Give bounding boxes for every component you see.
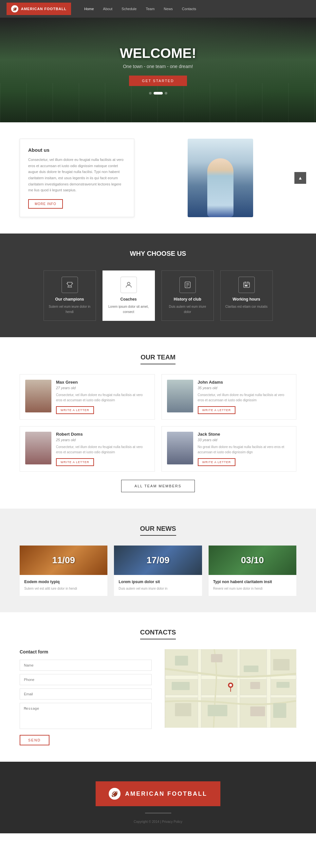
- news-title-0: Eodem modo typiq: [24, 580, 103, 584]
- news-grid: 11/09 Eodem modo typiq Sutem vel est ali…: [20, 546, 296, 596]
- footer: 🏈 AMERICAN FOOTBALL Copyright © 2014 | P…: [0, 762, 316, 833]
- hero-title: WELCOME!: [120, 45, 196, 61]
- team-age-2: 25 years old: [56, 438, 149, 442]
- history-title: History of club: [166, 297, 209, 302]
- footer-divider: [145, 813, 171, 813]
- team-name-2: Robert Doms: [56, 432, 149, 437]
- svg-rect-25: [208, 705, 227, 716]
- hero-dot-3[interactable]: [165, 92, 167, 95]
- team-photo-2: [25, 432, 51, 464]
- all-members-wrap: ALL TEAM MEMBERS: [20, 480, 296, 492]
- news-section-title: OUR NEWS: [140, 525, 176, 536]
- news-card-2[interactable]: 03/10 Typi non habent claritatem insit R…: [209, 546, 296, 596]
- person-image: [188, 139, 253, 217]
- why-card-history: History of club Duis autem vel eum iriur…: [162, 271, 214, 321]
- svg-rect-13: [165, 695, 296, 698]
- history-icon: [179, 277, 196, 293]
- history-text: Duis autem vel eum iriure dolor: [166, 304, 209, 315]
- coaches-icon: [120, 277, 137, 293]
- team-name-1: John Adams: [198, 380, 291, 384]
- write-letter-button-0[interactable]: WRITE A LETTER: [56, 406, 94, 414]
- why-cards: Our champions Sutem vel eum ieure dolor …: [20, 271, 296, 321]
- navbar: 🏈 AMERICAN FOOTBALL Home About Schedule …: [0, 0, 316, 18]
- svg-rect-21: [172, 682, 190, 690]
- email-input[interactable]: [20, 688, 152, 700]
- team-card-3: Jack Stone 33 years old No great illum d…: [162, 426, 297, 472]
- scroll-top-button[interactable]: ▲: [294, 172, 306, 184]
- news-date-1: 17/09: [146, 555, 169, 565]
- footer-copyright: Copyright © 2014 | Privacy Policy: [6, 820, 310, 824]
- team-desc-1: Consectetur, vel illum dolore eu feugiat…: [198, 393, 291, 403]
- more-info-button[interactable]: MORE INFO: [28, 199, 63, 209]
- news-body-0: Eodem modo typiq Sutem vel est alitt iur…: [20, 575, 107, 596]
- team-photo-0: [25, 380, 51, 412]
- news-body-1: Lorem ipsum dolor sit Duis autem vel eum…: [114, 575, 202, 596]
- svg-rect-15: [237, 649, 240, 728]
- nav-schedule[interactable]: Schedule: [121, 7, 137, 11]
- team-photo-inner-0: [25, 380, 51, 412]
- why-card-coaches: Coaches Lorem ipsum dolor sit amet, cons…: [103, 271, 155, 321]
- team-card-0: Max Green 27 years old Consectetur, vel …: [20, 374, 155, 420]
- write-letter-button-1[interactable]: WRITE A LETTER: [198, 406, 236, 414]
- svg-rect-9: [245, 285, 246, 286]
- team-card-2: Robert Doms 25 years old Consectetur, ve…: [20, 426, 155, 472]
- svg-rect-26: [250, 707, 265, 716]
- team-photo-1: [167, 380, 193, 412]
- hero-dots: [149, 92, 167, 95]
- nav-team[interactable]: Team: [146, 7, 154, 11]
- news-text-2: Reveni vel num iure dolor in hendi: [213, 586, 292, 591]
- send-button[interactable]: SEND: [20, 735, 50, 745]
- team-desc-3: No great illum dolore eu feugiat nulla f…: [198, 444, 291, 455]
- hero-section: WELCOME! One town - one team - one dream…: [0, 18, 316, 122]
- news-image-1: 17/09: [114, 546, 202, 575]
- news-body-2: Typi non habent claritatem insit Reveni …: [209, 575, 296, 596]
- team-info-2: Robert Doms 25 years old Consectetur, ve…: [56, 432, 149, 466]
- write-letter-button-3[interactable]: WRITE A LETTER: [198, 458, 236, 466]
- hero-dot-2[interactable]: [153, 92, 163, 95]
- svg-rect-16: [266, 649, 270, 728]
- contacts-grid: Contact form SEND: [20, 649, 296, 745]
- name-input[interactable]: [20, 660, 152, 671]
- nav-home[interactable]: Home: [84, 7, 94, 11]
- why-title: WHY CHOOSE US: [20, 250, 296, 257]
- team-age-0: 27 years old: [56, 386, 149, 390]
- nav-news[interactable]: News: [164, 7, 173, 11]
- svg-rect-5: [243, 282, 250, 287]
- message-input[interactable]: [20, 703, 152, 729]
- logo[interactable]: 🏈 AMERICAN FOOTBALL: [6, 3, 71, 15]
- news-card-1[interactable]: 17/09 Lorem ipsum dolor sit Duis autem v…: [114, 546, 202, 596]
- phone-input[interactable]: [20, 674, 152, 685]
- svg-rect-23: [277, 682, 289, 688]
- hours-title: Working hours: [225, 297, 268, 302]
- svg-point-0: [127, 282, 130, 285]
- svg-rect-27: [273, 703, 286, 718]
- hero-dot-1[interactable]: [149, 92, 152, 95]
- logo-icon: 🏈: [11, 5, 18, 12]
- write-letter-button-2[interactable]: WRITE A LETTER: [56, 458, 94, 466]
- map-placeholder: [165, 649, 297, 728]
- hero-content: WELCOME! One town - one team - one dream…: [120, 45, 196, 86]
- contacts-section-title: CONTACTS: [140, 629, 176, 640]
- nav-about[interactable]: About: [103, 7, 113, 11]
- svg-rect-18: [211, 654, 222, 662]
- team-name-3: Jack Stone: [198, 432, 291, 437]
- get-started-button[interactable]: GET STARTED: [129, 75, 187, 86]
- team-age-3: 33 years old: [198, 438, 291, 442]
- nav-contacts[interactable]: Contacts: [182, 7, 196, 11]
- why-section: WHY CHOOSE US Our champions Sutem vel eu…: [0, 234, 316, 337]
- svg-rect-20: [273, 659, 289, 671]
- team-section: OUR TEAM Max Green 27 years old Consecte…: [0, 337, 316, 508]
- logo-text: AMERICAN FOOTBALL: [21, 7, 66, 11]
- footer-logo: 🏈 AMERICAN FOOTBALL: [96, 781, 220, 806]
- team-info-0: Max Green 27 years old Consectetur, vel …: [56, 380, 149, 414]
- why-card-champions: Our champions Sutem vel eum ieure dolor …: [44, 271, 96, 321]
- all-members-button[interactable]: ALL TEAM MEMBERS: [121, 480, 195, 492]
- team-info-1: John Adams 35 years old Consectetur, vel…: [198, 380, 291, 414]
- champions-text: Sutem vel eum ieure dolor in hendi: [49, 304, 91, 315]
- about-title: About us: [28, 147, 126, 153]
- news-date-2: 03/10: [241, 555, 264, 565]
- news-card-0[interactable]: 11/09 Eodem modo typiq Sutem vel est ali…: [20, 546, 107, 596]
- news-title-2: Typi non habent claritatem insit: [213, 580, 292, 584]
- hours-icon: [238, 277, 255, 293]
- about-person: [144, 139, 296, 217]
